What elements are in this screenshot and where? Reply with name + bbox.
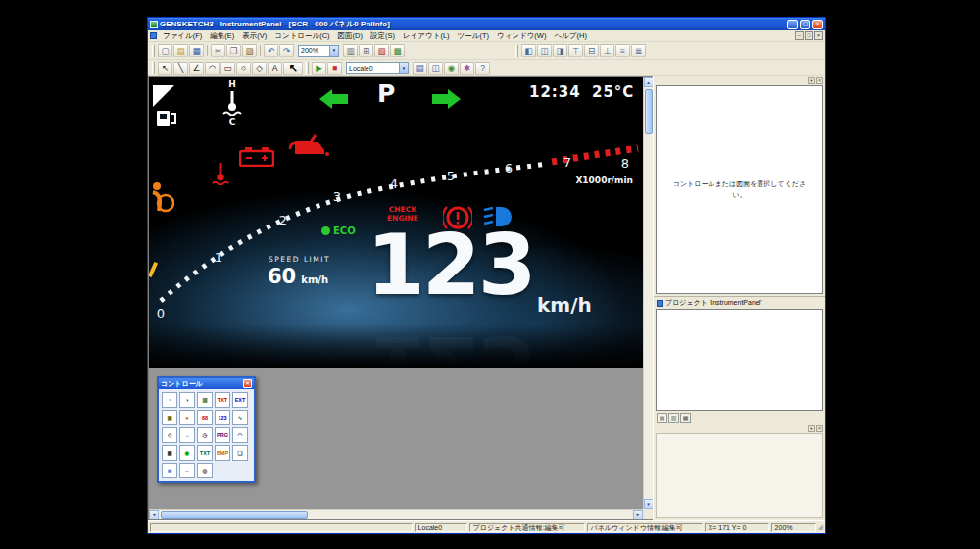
polyline-tool-icon[interactable]: ∠ — [189, 62, 204, 75]
window-split-icon[interactable]: ◫ — [428, 62, 443, 75]
mdi-restore-button[interactable]: □ — [805, 31, 813, 40]
palette-title-bar[interactable]: コントロール × — [159, 378, 254, 389]
menu-window[interactable]: ウィンドウ(W) — [493, 31, 550, 41]
line-tool-icon[interactable]: ╲ — [173, 62, 188, 75]
scroll-up-icon[interactable]: ▲ — [644, 77, 654, 87]
horizontal-scroll-thumb[interactable] — [161, 511, 308, 519]
menu-settings[interactable]: 設定(S) — [367, 31, 399, 41]
bitmap-control-icon[interactable]: BMP — [215, 445, 230, 461]
menu-help[interactable]: ヘルプ(H) — [550, 31, 590, 41]
panel-close-icon[interactable]: × — [816, 77, 823, 84]
open-file-icon[interactable]: ▤ — [173, 44, 188, 57]
signal-control-icon[interactable]: ≋ — [162, 463, 177, 478]
toolbar-grip[interactable] — [152, 45, 155, 57]
vertical-scroll-thumb[interactable] — [645, 89, 653, 134]
palette-close-button[interactable]: × — [243, 379, 252, 388]
led-control-icon[interactable]: ◉ — [179, 445, 195, 461]
control-palette-window[interactable]: コントロール × ◔◑▥TXTEXT▣●88123∿◇→◷PRG◠▦◉TXTBM… — [157, 376, 256, 483]
mdi-minimize-button[interactable]: – — [795, 31, 804, 40]
project-tree[interactable] — [656, 309, 823, 411]
panel-close-icon[interactable]: × — [816, 425, 823, 432]
resize-grip-icon[interactable]: ◢ — [818, 524, 823, 531]
new-file-icon[interactable]: ▢ — [158, 44, 172, 57]
menu-drawing[interactable]: 図面(D) — [334, 31, 367, 41]
menu-tools[interactable]: ツール(T) — [454, 31, 493, 41]
rect-tool-icon[interactable]: ▭ — [220, 62, 235, 75]
project-tab-icon-1[interactable]: ▤ — [657, 413, 667, 423]
graph-control-icon[interactable]: ∿ — [232, 410, 248, 425]
bar-meter-icon[interactable]: ▥ — [197, 392, 213, 408]
image-control-icon[interactable]: ▣ — [162, 410, 177, 425]
menu-edit[interactable]: 編集(E) — [206, 31, 238, 41]
text-label-icon[interactable]: TXT — [215, 392, 230, 408]
menu-control[interactable]: コントロール(C) — [270, 31, 333, 41]
zoom-dropdown-icon[interactable]: ▼ — [329, 46, 338, 56]
locale-combo[interactable]: Locale0 ▼ — [346, 62, 409, 74]
mdi-close-button[interactable]: × — [814, 31, 823, 40]
value-display-icon[interactable]: 123 — [215, 410, 230, 425]
maximize-button[interactable]: □ — [800, 20, 810, 29]
slider-control-icon[interactable]: ⇔ — [179, 463, 195, 478]
stop-icon[interactable]: ■ — [327, 62, 342, 75]
grid-icon[interactable]: ⊞ — [359, 44, 373, 57]
project-panel-header[interactable]: プロジェクト 'InstrumentPanel' — [654, 297, 825, 309]
table-control-icon[interactable]: ▦ — [162, 445, 177, 461]
scroll-right-icon[interactable]: ► — [633, 510, 643, 520]
instrument-panel-canvas[interactable]: H C P — [149, 77, 643, 368]
text2-control-icon[interactable]: TXT — [197, 445, 213, 461]
canvas-vertical-scrollbar[interactable]: ▲ ▼ — [643, 77, 653, 509]
clock-control-icon[interactable]: ◷ — [197, 427, 213, 443]
panel-chevron-icon[interactable]: ▾ — [808, 77, 815, 84]
panel-chevron-icon[interactable]: ▾ — [808, 425, 815, 432]
align-top-icon[interactable]: ⊤ — [568, 44, 583, 57]
paste-icon[interactable]: ▨ — [242, 44, 257, 57]
shape-control-icon[interactable]: ◇ — [162, 427, 177, 443]
knob-control-icon[interactable]: ◎ — [197, 463, 213, 478]
zoom-combo[interactable]: 200% ▼ — [298, 45, 339, 57]
distribute-v-icon[interactable]: ≣ — [631, 44, 646, 57]
color-palette-icon[interactable]: ▧ — [374, 44, 389, 57]
pointer-tool-icon[interactable]: ↖ — [283, 62, 303, 75]
needle-meter-icon[interactable]: ◑ — [179, 392, 195, 408]
project-tab-icon-2[interactable]: ▥ — [668, 413, 679, 423]
menu-view[interactable]: 表示(V) — [238, 31, 270, 41]
toolbar-grip[interactable] — [515, 45, 518, 57]
undo-icon[interactable]: ↶ — [264, 44, 278, 57]
scroll-down-icon[interactable]: ▼ — [644, 499, 654, 509]
panel-list-icon[interactable]: ▤ — [413, 62, 427, 75]
help-icon[interactable]: ? — [475, 62, 490, 75]
layers-icon[interactable]: ▩ — [390, 44, 405, 57]
locale-dropdown-icon[interactable]: ▼ — [399, 63, 408, 73]
canvas-horizontal-scrollbar[interactable]: ◄ ► — [149, 509, 643, 519]
text-tool-icon[interactable]: A — [268, 62, 282, 75]
segment-display-icon[interactable]: 88 — [197, 410, 213, 425]
redo-icon[interactable]: ↷ — [279, 44, 294, 57]
print-icon[interactable]: ▥ — [343, 44, 358, 57]
toolbar-grip[interactable] — [306, 62, 309, 74]
arrow-control-icon[interactable]: → — [179, 427, 195, 443]
ellipse-tool-icon[interactable]: ○ — [236, 62, 251, 75]
align-left-icon[interactable]: ◧ — [521, 44, 536, 57]
build-icon[interactable]: ✱ — [460, 62, 474, 75]
text-ext-icon[interactable]: EXT — [232, 392, 248, 408]
align-right-icon[interactable]: ◨ — [553, 44, 567, 57]
align-middle-icon[interactable]: ⊟ — [584, 44, 599, 57]
align-center-h-icon[interactable]: ◫ — [537, 44, 552, 57]
select-tool-icon[interactable]: ↖ — [158, 62, 172, 75]
meter-control-icon[interactable]: ◔ — [162, 392, 177, 408]
menu-layout[interactable]: レイアウト(L) — [399, 31, 454, 41]
gauge-arc-icon[interactable]: ◠ — [232, 427, 248, 443]
project-tab-icon-3[interactable]: ▦ — [680, 413, 691, 423]
title-bar[interactable]: GENSKETCH3 - InstrumentPanel - [SCR - 00… — [148, 18, 825, 30]
toolbar-grip[interactable] — [152, 62, 155, 74]
run-icon[interactable]: ▶ — [312, 62, 326, 75]
minimize-button[interactable]: – — [787, 20, 798, 29]
distribute-h-icon[interactable]: ≡ — [615, 44, 630, 57]
close-button[interactable]: × — [812, 20, 823, 29]
lamp-control-icon[interactable]: ● — [179, 410, 195, 425]
menu-file[interactable]: ファイル(F) — [159, 31, 206, 41]
polygon-tool-icon[interactable]: ◇ — [252, 62, 267, 75]
program-control-icon[interactable]: PRG — [215, 427, 230, 443]
arc-tool-icon[interactable]: ◠ — [205, 62, 220, 75]
align-bottom-icon[interactable]: ⊥ — [600, 44, 614, 57]
